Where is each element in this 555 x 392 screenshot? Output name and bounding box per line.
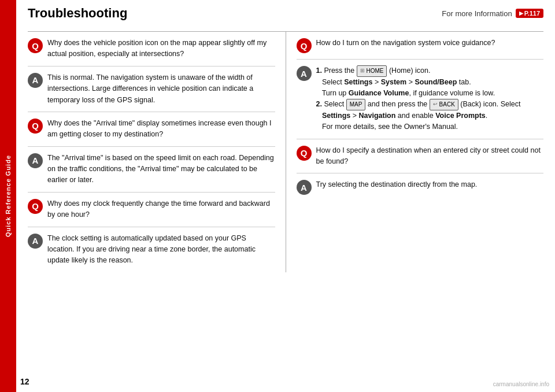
qa-item: A Try selecting the destination directly… [297, 173, 544, 201]
page-title: Troubleshooting [28, 6, 127, 21]
header: Troubleshooting For more Information P.1… [28, 6, 543, 24]
watermark: carmanualsonline.info [493, 381, 549, 387]
map-button-icon: MAP [346, 99, 366, 110]
q-icon: Q [297, 146, 312, 161]
a-icon: A [297, 66, 312, 81]
qa-answer-text: The "Arrival time" is based on the speed… [47, 153, 275, 186]
page-number: 12 [20, 377, 29, 386]
step-number: 2. [316, 100, 322, 108]
qa-item: Q How do I turn on the navigation system… [297, 32, 544, 60]
qa-answer-text: Try selecting the destination directly f… [316, 179, 544, 190]
sidebar-label: Quick Reference Guide [5, 155, 12, 237]
q-icon: Q [28, 119, 43, 134]
qa-answer-text: This is normal. The navigation system is… [47, 72, 275, 106]
a-icon: A [28, 73, 43, 88]
step-1c: Turn up Guidance Volume, if guidance vol… [316, 88, 544, 99]
step-2: 2. Select MAP and then press the ↩ BACK … [316, 99, 544, 110]
page-ref-badge: P.117 [516, 9, 543, 18]
step-2c: For more details, see the Owner's Manual… [316, 121, 544, 132]
qa-answer-steps: 1. Press the ⊞ HOME (Home) icon. Select … [316, 65, 544, 133]
header-info-text: For more Information [442, 9, 512, 18]
qa-item: A This is normal. The navigation system … [28, 66, 275, 112]
qa-item: A The clock setting is automatically upd… [28, 227, 275, 272]
qa-question-text: How do I specify a destination when an e… [316, 145, 544, 168]
step-1b: Select Settings > System > Sound/Beep ta… [316, 77, 544, 88]
qa-answer-text: The clock setting is automatically updat… [47, 233, 275, 267]
columns: Q Why does the vehicle position icon on … [28, 32, 543, 272]
qa-item: A 1. Press the ⊞ HOME (Home) icon. Selec… [297, 60, 544, 139]
qa-item: Q Why does the vehicle position icon on … [28, 32, 275, 66]
a-icon: A [28, 234, 43, 249]
qa-question-text: How do I turn on the navigation system v… [316, 38, 544, 49]
back-button-icon: ↩ BACK [430, 99, 458, 110]
qa-question-text: Why does the vehicle position icon on th… [47, 38, 275, 60]
step-2b: Settings > Navigation and enable Voice P… [316, 110, 544, 121]
qa-question-text: Why does my clock frequently change the … [47, 198, 275, 221]
q-icon: Q [28, 38, 43, 53]
qa-question-text: Why does the "Arrival time" display some… [47, 118, 275, 140]
q-icon: Q [297, 38, 312, 53]
left-column: Q Why does the vehicle position icon on … [28, 32, 286, 272]
right-column: Q How do I turn on the navigation system… [286, 32, 544, 272]
qa-item: A The "Arrival time" is based on the spe… [28, 147, 275, 193]
step-1: 1. Press the ⊞ HOME (Home) icon. [316, 65, 544, 77]
sidebar: Quick Reference Guide [0, 0, 16, 392]
step-number: 1. [316, 66, 322, 75]
a-icon: A [28, 153, 43, 168]
qa-item: Q Why does the "Arrival time" display so… [28, 112, 275, 147]
q-icon: Q [28, 199, 43, 214]
a-icon: A [297, 180, 312, 195]
home-button-icon: ⊞ HOME [357, 65, 387, 77]
qa-item: Q Why does my clock frequently change th… [28, 193, 275, 227]
qa-item: Q How do I specify a destination when an… [297, 139, 544, 174]
main-content: Troubleshooting For more Information P.1… [16, 0, 555, 272]
header-info: For more Information P.117 [442, 9, 543, 18]
